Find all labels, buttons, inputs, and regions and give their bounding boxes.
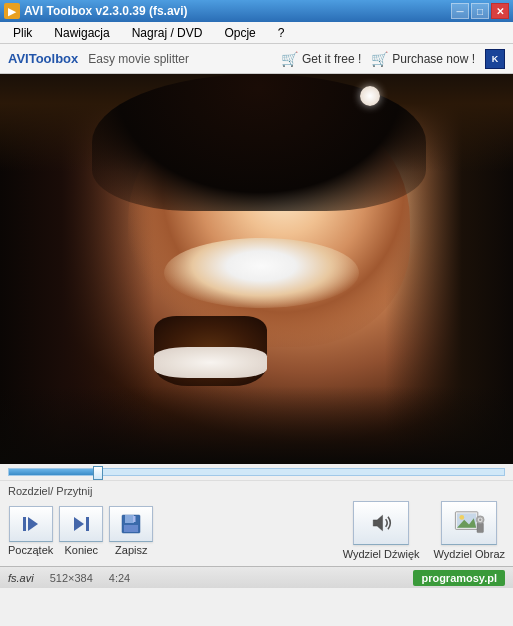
purchase-now-label: Purchase now ! [392, 52, 475, 66]
controls-section-label: Rozdziel/ Przytnij [8, 485, 505, 497]
get-it-free-link[interactable]: 🛒 Get it free ! [281, 51, 361, 67]
purchase-now-link[interactable]: 🛒 Purchase now ! [371, 51, 475, 67]
minimize-button[interactable]: ─ [451, 3, 469, 19]
end-button-icon [59, 506, 103, 542]
title-bar-controls: ─ □ ✕ [451, 3, 509, 19]
status-duration: 4:24 [109, 572, 130, 584]
start-button-icon [9, 506, 53, 542]
end-button-label: Koniec [64, 544, 98, 556]
app-icon: ▶ [4, 3, 20, 19]
save-button-icon [109, 506, 153, 542]
end-button[interactable]: Koniec [59, 506, 103, 556]
menu-item-plik[interactable]: Plik [4, 23, 41, 43]
title-bar: ▶ AVI Toolbox v2.3.0.39 (fs.avi) ─ □ ✕ [0, 0, 513, 22]
get-it-free-label: Get it free ! [302, 52, 361, 66]
menu-item-opcje[interactable]: Opcje [215, 23, 264, 43]
controls-area: Rozdziel/ Przytnij Początek Koniec [0, 481, 513, 566]
image-button[interactable]: Wydziel Obraz [434, 501, 505, 560]
menu-item-help[interactable]: ? [269, 23, 294, 43]
app-subtitle: Easy movie splitter [88, 52, 189, 66]
controls-buttons: Początek Koniec Zapisz [8, 501, 505, 560]
svg-rect-0 [23, 517, 26, 531]
svg-rect-7 [133, 516, 136, 522]
cart-icon-free: 🛒 [281, 51, 298, 67]
save-button-label: Zapisz [115, 544, 147, 556]
speaker-icon-svg [367, 509, 395, 537]
status-brand: programosy.pl [413, 570, 505, 586]
start-button[interactable]: Początek [8, 506, 53, 556]
seekbar-area [0, 464, 513, 481]
svg-point-16 [479, 519, 481, 521]
image-icon-svg [453, 507, 485, 539]
status-filename: fs.avi [8, 572, 34, 584]
image-button-icon [441, 501, 497, 545]
maximize-button[interactable]: □ [471, 3, 489, 19]
svg-rect-3 [86, 517, 89, 531]
svg-marker-1 [28, 517, 38, 531]
app-brand: AVIToolbox [8, 51, 78, 66]
seekbar-fill [9, 469, 98, 475]
svg-marker-8 [373, 515, 382, 531]
svg-rect-6 [124, 525, 138, 532]
title-bar-left: ▶ AVI Toolbox v2.3.0.39 (fs.avi) [4, 3, 188, 19]
close-button[interactable]: ✕ [491, 3, 509, 19]
window-title: AVI Toolbox v2.3.0.39 (fs.avi) [24, 4, 188, 18]
image-button-label: Wydziel Obraz [434, 548, 505, 560]
menu-item-nawigacja[interactable]: Nawigacja [45, 23, 118, 43]
cart-icon-purchase: 🛒 [371, 51, 388, 67]
save-icon-svg [119, 512, 143, 536]
svg-rect-13 [477, 523, 483, 533]
audio-button-icon [353, 501, 409, 545]
video-area [0, 74, 513, 464]
toolbar: AVIToolbox Easy movie splitter 🛒 Get it … [0, 44, 513, 74]
audio-button[interactable]: Wydziel Dźwięk [343, 501, 420, 560]
svg-rect-5 [125, 515, 134, 523]
svg-point-11 [460, 515, 465, 520]
svg-marker-2 [74, 517, 84, 531]
seekbar-thumb[interactable] [93, 466, 103, 480]
end-icon-svg [70, 513, 92, 535]
start-button-label: Początek [8, 544, 53, 556]
save-button[interactable]: Zapisz [109, 506, 153, 556]
status-resolution: 512×384 [50, 572, 93, 584]
toolbar-logo: K [485, 49, 505, 69]
status-bar: fs.avi 512×384 4:24 programosy.pl [0, 566, 513, 588]
menu-item-nagraj[interactable]: Nagraj / DVD [123, 23, 212, 43]
start-icon-svg [20, 513, 42, 535]
video-frame [0, 74, 513, 464]
audio-button-label: Wydziel Dźwięk [343, 548, 420, 560]
seekbar-track[interactable] [8, 468, 505, 476]
menu-bar: Plik Nawigacja Nagraj / DVD Opcje ? [0, 22, 513, 44]
